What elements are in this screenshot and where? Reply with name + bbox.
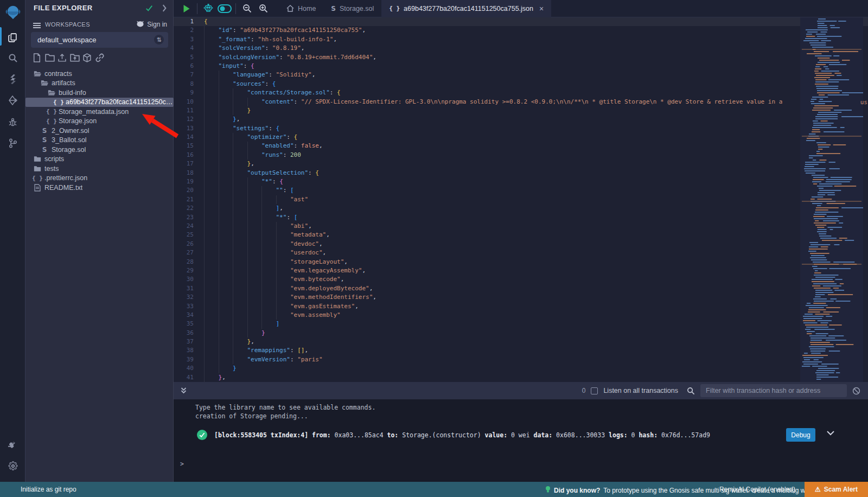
tree-item-storage-sol[interactable]: SStorage.sol (25, 145, 174, 155)
tree-item-contracts[interactable]: contracts (25, 69, 174, 79)
code-line-30: 30 "evm.bytecode", (174, 275, 868, 284)
tree-item-storage-json[interactable]: { }Storage.json (25, 117, 174, 126)
code-line-9: 9 "contracts/Storage.sol": { (174, 88, 868, 97)
create-folder-icon[interactable] (45, 53, 55, 64)
tab-a69b43f277ba20fcac141151250ca755-json[interactable]: { }a69b43f277ba20fcac141151250ca755.json… (381, 0, 551, 17)
line-number: 2 (174, 26, 204, 35)
file-icon (33, 184, 42, 192)
close-icon[interactable]: × (539, 4, 544, 13)
code-line-24: 24 "abi", (174, 222, 868, 231)
tree-item-label: Storage.json (59, 117, 97, 125)
code-editor[interactable]: 1{2 "id": "a69b43f277ba20fcac141151250ca… (174, 17, 868, 382)
scam-alert-button[interactable]: ⚠ Scam Alert (805, 482, 868, 497)
line-number: 4 (174, 44, 204, 53)
code-line-11: 11 } (174, 106, 868, 115)
code-line-28: 28 "storageLayout", (174, 258, 868, 266)
filter-input[interactable] (700, 384, 847, 397)
solidity-compiler-icon[interactable] (0, 70, 25, 88)
clear-terminal-icon[interactable] (852, 387, 860, 395)
debugger-icon[interactable] (0, 113, 25, 131)
toggle-button[interactable] (216, 0, 233, 17)
folder-open-icon (33, 71, 42, 77)
tree-item-build-info[interactable]: build-info (25, 88, 174, 98)
zoom-in-button[interactable] (255, 0, 271, 17)
code-line-26: 26 "devdoc", (174, 240, 868, 248)
updown-arrows-icon: ⇅ (154, 35, 164, 44)
line-number: 30 (174, 275, 204, 284)
line-number: 31 (174, 284, 204, 293)
sign-in-button[interactable]: Sign in (136, 20, 167, 29)
toolbar-separator (197, 3, 197, 14)
tab-home[interactable]: Home (279, 0, 323, 17)
upload-folder-icon[interactable] (70, 53, 80, 64)
hamburger-icon[interactable] (33, 21, 41, 31)
workspace-select[interactable]: default_workspace ⇅ (31, 32, 168, 48)
listen-checkbox[interactable] (591, 387, 598, 394)
git-icon[interactable] (0, 134, 25, 152)
code-line-22: 22 ], (174, 204, 868, 213)
code-line-20: 20 "": [ (174, 186, 868, 195)
tree-item-tests[interactable]: tests (25, 164, 174, 174)
code-line-33: 33 "evm.gasEstimates", (174, 302, 868, 311)
tree-item-2-owner-sol[interactable]: S2_Owner.sol (25, 126, 174, 136)
tree-item-label: artifacts (52, 79, 75, 87)
line-number: 38 (174, 346, 204, 355)
code-line-13: 13 "settings": { (174, 124, 868, 133)
tree-item-label: README.txt (44, 184, 82, 192)
tree-item-scripts[interactable]: scripts (25, 155, 174, 164)
file-explorer-panel: FILE EXPLORER WORKSPACES Sign in default… (25, 0, 174, 482)
tree-item-label: .prettierrc.json (44, 174, 87, 182)
tree-item-artifacts[interactable]: artifacts (25, 79, 174, 88)
line-number: 11 (174, 106, 204, 115)
settings-icon[interactable] (0, 457, 25, 475)
create-file-icon[interactable] (33, 53, 41, 65)
robot-button[interactable] (200, 0, 216, 17)
zoom-out-button[interactable] (239, 0, 255, 17)
minimap[interactable] (800, 17, 863, 382)
chevron-right-icon[interactable] (161, 4, 168, 14)
transaction-summary[interactable]: [block:5583405 txIndex:4] from: 0xa03...… (214, 431, 710, 439)
terminal-toolbar: 0 Listen on all transactions (174, 382, 868, 399)
code-line-7: 7 "language": "Solidity", (174, 71, 868, 79)
line-number: 21 (174, 195, 204, 204)
tree-item-storage-metadata-json[interactable]: { }Storage_metadata.json (25, 107, 174, 117)
folder-open-icon (40, 80, 49, 86)
transaction-count-badge: 0 (582, 387, 586, 394)
play-button[interactable] (178, 0, 194, 17)
init-git-repo[interactable]: Initialize as git repo (21, 486, 76, 493)
solidity-icon: S (40, 146, 49, 154)
tree-item-label: scripts (44, 155, 64, 163)
terminal[interactable]: Type the library name to see available c… (174, 399, 868, 482)
upload-file-icon[interactable] (58, 53, 67, 65)
code-line-12: 12 }, (174, 115, 868, 124)
expand-terminal-icon[interactable] (180, 387, 187, 394)
tree-item-readme-txt[interactable]: README.txt (25, 183, 174, 193)
tree-item-label: 3_Ballot.sol (52, 136, 87, 144)
debug-button[interactable]: Debug (786, 428, 815, 442)
tree-item--prettierrc-json[interactable]: { }.prettierrc.json (25, 174, 174, 183)
deploy-run-icon[interactable] (0, 91, 25, 110)
code-line-16: 16 "runs": 200 (174, 151, 868, 160)
file-explorer-icon[interactable] (0, 28, 25, 47)
code-line-32: 32 "evm.methodIdentifiers", (174, 293, 868, 302)
import-box-icon[interactable] (82, 53, 92, 65)
tree-item-a69b43f277ba20fcac141151250ca7-[interactable]: { }a69b43f277ba20fcac141151250ca7... (25, 98, 174, 107)
search-icon[interactable] (0, 49, 25, 67)
remix-logo-icon[interactable] (0, 3, 25, 22)
line-number: 20 (174, 186, 204, 195)
line-number: 35 (174, 320, 204, 328)
code-line-18: 18 "outputSelection": { (174, 169, 868, 177)
tab-storage-sol[interactable]: SStorage.sol (323, 0, 381, 17)
plugin-manager-icon[interactable] (0, 436, 25, 455)
search-icon[interactable] (687, 387, 695, 395)
terminal-prompt[interactable]: > (180, 460, 184, 468)
tree-item-label: a69b43f277ba20fcac141151250ca7... (66, 98, 174, 106)
line-number: 26 (174, 240, 204, 248)
listen-label: Listen on all transactions (603, 387, 678, 394)
tree-item-3-ballot-sol[interactable]: S3_Ballot.sol (25, 136, 174, 145)
link-icon[interactable] (95, 53, 105, 65)
expand-transaction-icon[interactable] (826, 430, 835, 438)
code-line-4: 4 "solcVersion": "0.8.19", (174, 44, 868, 53)
code-line-38: 38 "remappings": [], (174, 346, 868, 355)
line-number: 27 (174, 248, 204, 257)
